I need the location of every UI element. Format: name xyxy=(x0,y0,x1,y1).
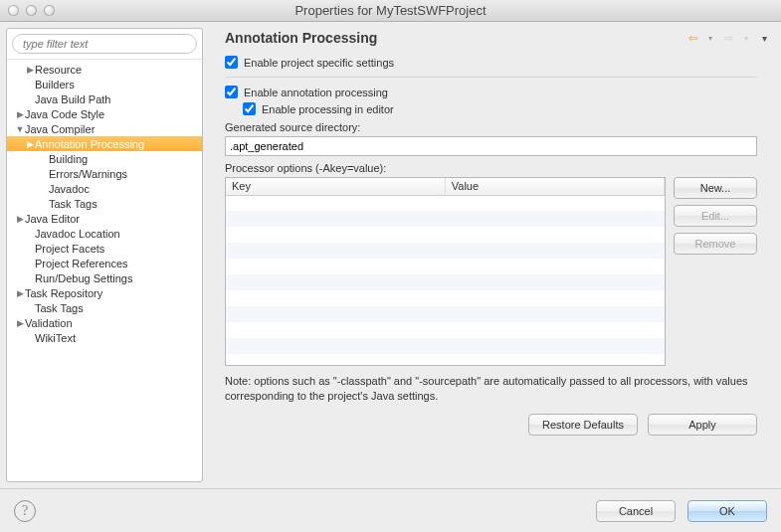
view-menu-icon[interactable]: ▾ xyxy=(757,31,771,45)
tree-item-label: Annotation Processing xyxy=(35,138,144,150)
new-button[interactable]: New... xyxy=(674,177,757,199)
tree-item-label: Building xyxy=(49,153,88,165)
processor-options-label: Processor options (-Akey=value): xyxy=(225,162,757,174)
apply-button[interactable]: Apply xyxy=(648,414,757,436)
restore-defaults-button[interactable]: Restore Defaults xyxy=(528,414,638,436)
sidebar: ResourceBuildersJava Build PathJava Code… xyxy=(6,28,203,482)
tree-item-label: Java Editor xyxy=(25,213,80,225)
enable-annotation-processing-checkbox[interactable]: Enable annotation processing xyxy=(225,86,757,98)
tree-item-label: Javadoc Location xyxy=(35,228,120,240)
tree-item[interactable]: Project Facets xyxy=(7,241,202,256)
tree-item[interactable]: Building xyxy=(7,151,202,166)
remove-button: Remove xyxy=(674,233,757,255)
gen-src-label: Generated source directory: xyxy=(225,121,757,133)
cancel-button[interactable]: Cancel xyxy=(596,500,676,522)
chevron-right-icon[interactable] xyxy=(25,139,35,149)
tree-item[interactable]: Java Code Style xyxy=(7,106,202,121)
forward-menu-icon: ▾ xyxy=(739,31,753,45)
tree-item-label: Java Build Path xyxy=(35,93,110,105)
tree-item-label: Errors/Warnings xyxy=(49,168,127,180)
enable-processing-in-editor-label: Enable processing in editor xyxy=(262,103,394,115)
page-title: Annotation Processing xyxy=(225,30,377,46)
table-row[interactable] xyxy=(226,243,665,259)
chevron-right-icon[interactable] xyxy=(15,288,25,298)
window-titlebar: Properties for MyTestSWFProject xyxy=(0,0,781,22)
chevron-down-icon[interactable] xyxy=(15,124,25,134)
tree-item-label: Javadoc xyxy=(49,183,90,195)
dialog-footer: ? Cancel OK xyxy=(0,488,781,532)
tree-item[interactable]: Project References xyxy=(7,256,202,270)
chevron-right-icon[interactable] xyxy=(15,214,25,224)
column-key[interactable]: Key xyxy=(226,178,445,195)
table-row[interactable] xyxy=(226,259,665,274)
nav-tree: ResourceBuildersJava Build PathJava Code… xyxy=(7,60,202,481)
tree-item[interactable]: Java Build Path xyxy=(7,91,202,106)
chevron-right-icon[interactable] xyxy=(15,109,25,119)
tree-item-label: Task Tags xyxy=(49,198,98,210)
gen-src-input[interactable] xyxy=(225,136,757,156)
help-icon[interactable]: ? xyxy=(14,500,36,522)
table-row[interactable] xyxy=(226,338,665,354)
tree-item-label: Java Compiler xyxy=(25,123,95,135)
enable-project-specific-input[interactable] xyxy=(225,56,238,69)
tree-item-label: Java Code Style xyxy=(25,108,104,120)
tree-item-label: Project Facets xyxy=(35,243,104,255)
tree-item-label: Run/Debug Settings xyxy=(35,272,132,284)
enable-annotation-processing-label: Enable annotation processing xyxy=(244,87,388,98)
tree-item[interactable]: Javadoc xyxy=(7,181,202,196)
window-title: Properties for MyTestSWFProject xyxy=(0,3,781,18)
tree-item[interactable]: Java Compiler xyxy=(7,121,202,136)
tree-item[interactable]: Validation xyxy=(7,315,202,330)
tree-item[interactable]: Annotation Processing xyxy=(7,136,202,151)
table-row[interactable] xyxy=(226,322,665,338)
tree-item[interactable]: Java Editor xyxy=(7,211,202,226)
tree-item-label: WikiText xyxy=(35,332,76,344)
forward-icon: ⇨ xyxy=(721,31,735,45)
chevron-right-icon[interactable] xyxy=(25,65,35,75)
tree-item-label: Validation xyxy=(25,317,73,329)
tree-item[interactable]: WikiText xyxy=(7,330,202,345)
table-row[interactable] xyxy=(226,195,665,211)
processor-options-table[interactable]: Key Value xyxy=(225,177,666,366)
back-icon[interactable]: ⇦ xyxy=(685,31,699,45)
ok-button[interactable]: OK xyxy=(687,500,767,522)
table-row[interactable] xyxy=(226,211,665,227)
tree-item[interactable]: Task Tags xyxy=(7,196,202,211)
table-row[interactable] xyxy=(226,306,665,322)
tree-item-label: Resource xyxy=(35,64,82,76)
enable-project-specific-checkbox[interactable]: Enable project specific settings xyxy=(225,56,757,69)
enable-processing-in-editor-input[interactable] xyxy=(243,102,256,115)
tree-item[interactable]: Errors/Warnings xyxy=(7,166,202,181)
content-pane: Annotation Processing ⇦ ▾ ⇨ ▾ ▾ Enable p… xyxy=(207,28,775,482)
tree-item-label: Project References xyxy=(35,258,128,269)
tree-item-label: Task Tags xyxy=(35,302,84,314)
tree-item[interactable]: Task Tags xyxy=(7,300,202,315)
chevron-right-icon[interactable] xyxy=(15,318,25,328)
enable-project-specific-label: Enable project specific settings xyxy=(244,57,394,69)
tree-item[interactable]: Resource xyxy=(7,62,202,77)
divider xyxy=(225,77,757,78)
enable-annotation-processing-input[interactable] xyxy=(225,86,238,98)
table-row[interactable] xyxy=(226,274,665,290)
filter-input[interactable] xyxy=(12,34,197,54)
edit-button: Edit... xyxy=(674,205,757,227)
tree-item[interactable]: Javadoc Location xyxy=(7,226,202,241)
tree-item-label: Task Repository xyxy=(25,287,102,299)
tree-item[interactable]: Run/Debug Settings xyxy=(7,270,202,285)
back-menu-icon[interactable]: ▾ xyxy=(703,31,717,45)
tree-item[interactable]: Task Repository xyxy=(7,285,202,300)
tree-item[interactable]: Builders xyxy=(7,77,202,91)
enable-processing-in-editor-checkbox[interactable]: Enable processing in editor xyxy=(243,102,757,115)
note-text: Note: options such as "-classpath" and "… xyxy=(225,374,757,404)
tree-item-label: Builders xyxy=(35,79,75,90)
table-row[interactable] xyxy=(226,227,665,243)
column-value[interactable]: Value xyxy=(445,178,664,195)
table-row[interactable] xyxy=(226,290,665,306)
